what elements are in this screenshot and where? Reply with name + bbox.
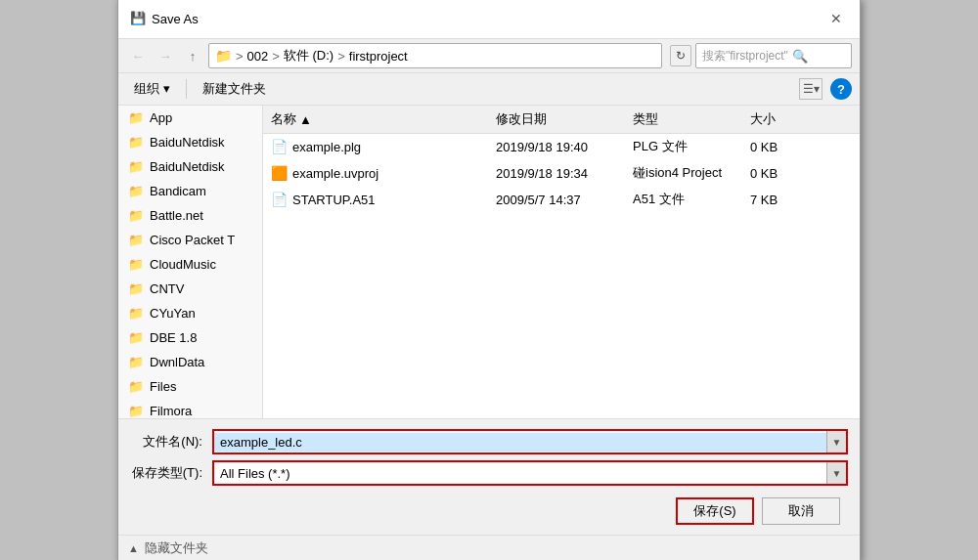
file-date-cell: 2019/9/18 19:40 — [488, 140, 625, 154]
cancel-button[interactable]: 取消 — [762, 497, 840, 525]
path-bar: 📁 > 002 > 软件 (D:) > firstproject — [208, 43, 662, 68]
file-icon: 🟧 — [271, 165, 288, 181]
view-toggle-button[interactable]: ☰▾ — [799, 78, 822, 100]
sidebar-item-label: Battle.net — [150, 208, 203, 223]
help-button[interactable]: ? — [830, 78, 852, 100]
path-segment-1: 002 — [247, 49, 269, 64]
folder-icon: 📁 — [128, 208, 144, 223]
filename-input[interactable] — [214, 433, 826, 452]
sidebar-item[interactable]: 📁Battle.net — [118, 203, 262, 228]
dialog-title: Save As — [152, 12, 199, 26]
sidebar-item[interactable]: 📁Files — [118, 374, 262, 399]
folder-icon: 📁 — [128, 404, 144, 418]
filename-dropdown-button[interactable]: ▼ — [826, 431, 846, 452]
view-options: ☰▾ — [799, 78, 822, 100]
table-row[interactable]: 📄 STARTUP.A51 2009/5/7 14:37 A51 文件 7 KB — [263, 187, 860, 213]
file-name: example.plg — [292, 140, 361, 154]
col-size-label: 大小 — [750, 110, 776, 128]
path-folder-icon: 📁 — [215, 48, 232, 64]
table-row[interactable]: 🟧 example.uvproj 2019/9/18 19:34 碰ision4… — [263, 160, 860, 187]
toolbar-separator — [186, 79, 187, 99]
close-button[interactable]: ✕ — [824, 7, 848, 30]
filetype-dropdown-button[interactable]: ▼ — [826, 462, 846, 484]
title-bar: 💾 Save As ✕ — [118, 0, 860, 39]
organize-button[interactable]: 组织 ▾ — [126, 77, 178, 101]
sidebar-item[interactable]: 📁BaiduNetdisk — [118, 154, 262, 179]
filetype-label: 保存类型(T): — [130, 464, 208, 482]
sidebar-item-label: Bandicam — [150, 184, 206, 198]
filename-label: 文件名(N): — [130, 433, 208, 451]
new-folder-button[interactable]: 新建文件夹 — [195, 77, 274, 101]
sidebar-item[interactable]: 📁Filmora — [118, 399, 262, 418]
folder-icon: 📁 — [128, 159, 144, 174]
file-name-cell: 🟧 example.uvproj — [263, 165, 488, 181]
filename-input-wrap: ▼ — [212, 429, 848, 454]
col-type-label: 类型 — [633, 110, 658, 128]
search-bar: 搜索"firstproject" 🔍 — [695, 43, 852, 68]
file-icon: 📄 — [271, 192, 288, 207]
sidebar-item-label: App — [150, 110, 172, 125]
bottom-form: 文件名(N): ▼ 保存类型(T): All Files (*.*) ▼ 保存(… — [118, 418, 860, 535]
sidebar-item-label: DBE 1.8 — [150, 330, 197, 345]
sidebar-item[interactable]: 📁DBE 1.8 — [118, 325, 262, 350]
folder-icon: 📁 — [128, 233, 144, 247]
file-name: STARTUP.A51 — [292, 193, 376, 207]
file-list-header: 名称 ▲ 修改日期 类型 大小 — [263, 106, 860, 134]
file-name-cell: 📄 example.plg — [263, 139, 488, 154]
file-name-cell: 📄 STARTUP.A51 — [263, 192, 488, 207]
column-type-header[interactable]: 类型 — [625, 108, 742, 130]
column-date-header[interactable]: 修改日期 — [488, 108, 625, 130]
folder-icon: 📁 — [128, 110, 144, 125]
sidebar-item[interactable]: 📁BaiduNetdisk — [118, 130, 262, 154]
file-size-cell: 0 KB — [742, 140, 801, 154]
up-button[interactable]: ↑ — [181, 44, 204, 67]
save-button[interactable]: 保存(S) — [676, 497, 754, 525]
col-name-label: 名称 — [271, 110, 296, 128]
sidebar-item[interactable]: 📁App — [118, 106, 262, 130]
file-size-cell: 7 KB — [742, 193, 801, 207]
file-size-cell: 0 KB — [742, 166, 801, 181]
refresh-button[interactable]: ↻ — [670, 45, 691, 66]
sidebar-item[interactable]: 📁CNTV — [118, 277, 262, 301]
filetype-value: All Files (*.*) — [214, 464, 826, 483]
forward-button[interactable]: → — [154, 44, 177, 67]
path-segment-3: firstproject — [349, 49, 408, 64]
path-segment-2: 软件 (D:) — [284, 47, 333, 65]
sidebar-item-label: Filmora — [150, 404, 192, 418]
toggle-folder-label[interactable]: 隐藏文件夹 — [145, 539, 208, 557]
col-date-label: 修改日期 — [496, 110, 547, 128]
toggle-folder-icon[interactable]: ▲ — [128, 542, 139, 554]
sidebar-item[interactable]: 📁DwnlData — [118, 350, 262, 374]
save-as-dialog: 💾 Save As ✕ ← → ↑ 📁 > 002 > 软件 (D:) > fi… — [117, 0, 861, 560]
sidebar-item-label: DwnlData — [150, 355, 204, 369]
folder-icon: 📁 — [128, 379, 144, 394]
table-row[interactable]: 📄 example.plg 2019/9/18 19:40 PLG 文件 0 K… — [263, 134, 860, 160]
title-bar-left: 💾 Save As — [130, 11, 199, 26]
sidebar-item[interactable]: 📁CYuYan — [118, 301, 262, 325]
title-icon: 💾 — [130, 11, 146, 26]
folder-icon: 📁 — [128, 135, 144, 150]
sidebar-item-label: CNTV — [150, 281, 184, 296]
file-name: example.uvproj — [292, 166, 378, 181]
back-button[interactable]: ← — [126, 44, 150, 67]
file-type-cell: PLG 文件 — [625, 138, 742, 155]
filetype-row: 保存类型(T): All Files (*.*) ▼ — [130, 460, 848, 486]
folder-icon: 📁 — [128, 306, 144, 321]
sidebar-item-label: CloudMusic — [150, 257, 216, 272]
filetype-select-wrap: All Files (*.*) ▼ — [212, 460, 848, 486]
column-name-header[interactable]: 名称 ▲ — [263, 108, 488, 130]
sidebar-item[interactable]: 📁CloudMusic — [118, 252, 262, 277]
file-type-cell: A51 文件 — [625, 191, 742, 208]
folder-icon: 📁 — [128, 184, 144, 198]
sidebar-item-label: Cisco Packet T — [150, 233, 235, 247]
folder-icon: 📁 — [128, 281, 144, 296]
sidebar-item[interactable]: 📁Cisco Packet T — [118, 228, 262, 252]
file-date-cell: 2009/5/7 14:37 — [488, 193, 625, 207]
sort-icon: ▲ — [299, 112, 312, 127]
column-size-header[interactable]: 大小 — [742, 108, 801, 130]
toolbar: 组织 ▾ 新建文件夹 ☰▾ ? — [118, 73, 860, 106]
sidebar-item-label: BaiduNetdisk — [150, 159, 225, 174]
folder-icon: 📁 — [128, 257, 144, 272]
sidebar-item[interactable]: 📁Bandicam — [118, 179, 262, 203]
sidebar-item-label: BaiduNetdisk — [150, 135, 225, 150]
